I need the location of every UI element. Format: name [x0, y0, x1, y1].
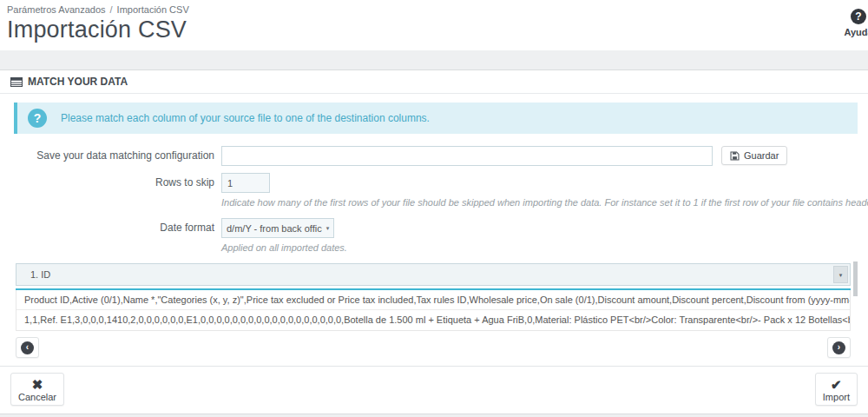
- help-button[interactable]: ? Ayuda: [837, 8, 868, 37]
- close-icon: ✖: [32, 378, 43, 391]
- breadcrumb-current: Importación CSV: [117, 4, 189, 15]
- breadcrumb-separator: /: [110, 4, 113, 15]
- check-icon: ✔: [831, 378, 842, 391]
- page-header: Parámetros Avanzados/Importación CSV Imp…: [0, 0, 868, 50]
- page-title: Importación CSV: [7, 17, 868, 43]
- panel-heading: MATCH YOUR DATA: [0, 70, 868, 94]
- cancel-button-label: Cancelar: [18, 392, 56, 402]
- rows-to-skip-input[interactable]: [221, 173, 270, 193]
- breadcrumb: Parámetros Avanzados/Importación CSV: [7, 4, 868, 15]
- column-match-area: 1. ID ▾ Product ID,Active (0/1),Name *,"…: [16, 263, 858, 331]
- chevron-left-icon: ‹: [21, 341, 34, 354]
- save-config-button[interactable]: Guardar: [721, 146, 787, 165]
- csv-data-row: 1,1,Ref. E1,3,0,0,0,1410,2,0,0,0,0,0,0,E…: [16, 310, 850, 330]
- save-config-input[interactable]: [221, 146, 713, 166]
- rows-to-skip-label: Rows to skip: [0, 173, 221, 189]
- rows-to-skip-row: Rows to skip Indicate how many of the fi…: [0, 173, 868, 208]
- help-icon: ?: [851, 9, 866, 24]
- page-body: MATCH YOUR DATA ? Please match each colu…: [0, 50, 868, 414]
- vertical-scrollbar[interactable]: [853, 261, 858, 296]
- chevron-down-icon: ▾: [833, 266, 848, 283]
- match-your-data-panel: MATCH YOUR DATA ? Please match each colu…: [0, 70, 868, 414]
- date-format-label: Date format: [0, 218, 221, 234]
- csv-header-row: Product ID,Active (0/1),Name *,"Categori…: [16, 290, 850, 310]
- chevron-right-icon: ›: [832, 341, 845, 354]
- column-pager: ‹ ›: [16, 337, 851, 358]
- previous-columns-button[interactable]: ‹: [16, 337, 39, 358]
- breadcrumb-parent[interactable]: Parámetros Avanzados: [7, 4, 106, 15]
- panel-footer: ✖ Cancelar ✔ Import: [0, 366, 868, 414]
- info-alert: ? Please match each column of your sourc…: [14, 103, 858, 134]
- save-icon: [730, 151, 740, 161]
- import-button[interactable]: ✔ Import: [815, 373, 858, 406]
- date-format-help: Applied on all imported dates.: [221, 242, 347, 253]
- panel-heading-label: MATCH YOUR DATA: [28, 76, 128, 88]
- date-format-select[interactable]: d/m/Y - from back office ▾: [221, 218, 334, 238]
- rows-to-skip-help: Indicate how many of the first rows of y…: [221, 197, 868, 208]
- destination-column-select[interactable]: 1. ID ▾: [16, 263, 851, 286]
- csv-preview-table: Product ID,Active (0/1),Name *,"Categori…: [16, 290, 851, 331]
- save-button-label: Guardar: [744, 150, 779, 161]
- help-label: Ayuda: [837, 27, 868, 37]
- destination-column-value: 1. ID: [16, 269, 833, 280]
- date-format-value: d/m/Y - from back office: [222, 223, 322, 234]
- cancel-button[interactable]: ✖ Cancelar: [10, 373, 64, 406]
- save-config-label: Save your data matching configuration: [0, 146, 221, 162]
- save-config-row: Save your data matching configuration Gu…: [0, 146, 868, 166]
- next-columns-button[interactable]: ›: [827, 337, 851, 358]
- question-circle-icon: ?: [28, 109, 47, 128]
- date-format-row: Date format d/m/Y - from back office ▾ A…: [0, 218, 868, 253]
- import-button-label: Import: [823, 392, 850, 402]
- info-alert-text: Please match each column of your source …: [61, 112, 430, 124]
- table-icon: [10, 77, 23, 87]
- chevron-down-icon: ▾: [322, 225, 333, 232]
